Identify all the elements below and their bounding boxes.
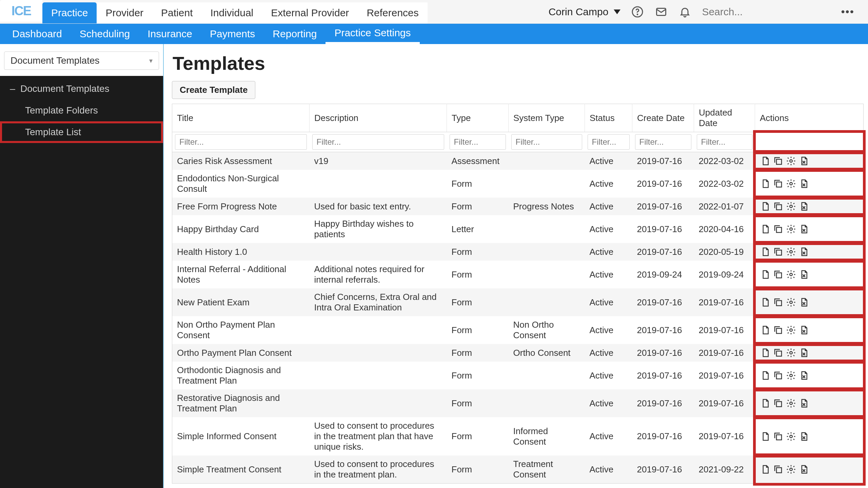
filter-create-date[interactable] <box>635 134 691 150</box>
filter-title[interactable] <box>175 134 307 150</box>
secondary-tab-reporting[interactable]: Reporting <box>264 24 326 44</box>
secondary-tab-dashboard[interactable]: Dashboard <box>3 24 71 44</box>
delete-icon[interactable] <box>798 347 809 358</box>
col-system-type[interactable]: System Type <box>509 104 585 132</box>
settings-icon[interactable] <box>786 325 796 336</box>
table-row[interactable]: Restorative Diagnosis and Treatment Plan… <box>172 389 864 417</box>
table-row[interactable]: Health History 1.0FormActive2019-07-1620… <box>172 243 864 261</box>
secondary-tab-payments[interactable]: Payments <box>201 24 264 44</box>
primary-tab-individual[interactable]: Individual <box>202 2 262 23</box>
settings-icon[interactable] <box>786 178 796 189</box>
edit-icon[interactable] <box>760 347 771 358</box>
primary-tab-practice[interactable]: Practice <box>42 2 97 23</box>
mail-icon[interactable] <box>654 5 668 19</box>
col-title[interactable]: Title <box>172 104 310 132</box>
edit-icon[interactable] <box>760 201 771 212</box>
filter-type[interactable] <box>450 134 506 150</box>
secondary-tab-scheduling[interactable]: Scheduling <box>71 24 139 44</box>
primary-tab-provider[interactable]: Provider <box>97 2 152 23</box>
edit-icon[interactable] <box>760 269 771 280</box>
settings-icon[interactable] <box>786 398 796 409</box>
table-row[interactable]: Non Ortho Payment Plan ConsentFormNon Or… <box>172 316 864 344</box>
settings-icon[interactable] <box>786 156 796 166</box>
delete-icon[interactable] <box>798 246 809 257</box>
delete-icon[interactable] <box>798 325 809 336</box>
edit-icon[interactable] <box>760 398 771 409</box>
col-status[interactable]: Status <box>585 104 632 132</box>
copy-icon[interactable] <box>773 464 784 475</box>
overflow-menu-icon[interactable]: ••• <box>841 5 854 18</box>
table-row[interactable]: Happy Birthday CardHappy Birthday wishes… <box>172 215 864 243</box>
copy-icon[interactable] <box>773 156 784 166</box>
copy-icon[interactable] <box>773 224 784 235</box>
table-row[interactable]: Simple Treatment ConsentUsed to consent … <box>172 455 864 484</box>
primary-tab-external-provider[interactable]: External Provider <box>262 2 358 23</box>
settings-icon[interactable] <box>786 246 796 257</box>
delete-icon[interactable] <box>798 269 809 280</box>
app-logo[interactable]: ICE <box>0 0 42 22</box>
col-type[interactable]: Type <box>447 104 509 132</box>
delete-icon[interactable] <box>798 431 809 442</box>
edit-icon[interactable] <box>760 246 771 257</box>
delete-icon[interactable] <box>798 201 809 212</box>
edit-icon[interactable] <box>760 297 771 308</box>
copy-icon[interactable] <box>773 431 784 442</box>
copy-icon[interactable] <box>773 297 784 308</box>
settings-icon[interactable] <box>786 297 796 308</box>
sidebar-section-select[interactable]: Document Templates ▾ <box>4 52 159 70</box>
secondary-tab-insurance[interactable]: Insurance <box>139 24 201 44</box>
copy-icon[interactable] <box>773 370 784 381</box>
edit-icon[interactable] <box>760 224 771 235</box>
delete-icon[interactable] <box>798 398 809 409</box>
edit-icon[interactable] <box>760 178 771 189</box>
delete-icon[interactable] <box>798 464 809 475</box>
edit-icon[interactable] <box>760 431 771 442</box>
edit-icon[interactable] <box>760 325 771 336</box>
col-create-date[interactable]: Create Date <box>632 104 694 132</box>
edit-icon[interactable] <box>760 370 771 381</box>
copy-icon[interactable] <box>773 398 784 409</box>
settings-icon[interactable] <box>786 464 796 475</box>
col-updated-date[interactable]: Updated Date <box>694 104 755 132</box>
settings-icon[interactable] <box>786 201 796 212</box>
create-template-button[interactable]: Create Template <box>172 81 255 99</box>
copy-icon[interactable] <box>773 246 784 257</box>
table-row[interactable]: New Patient ExamChief Concerns, Extra Or… <box>172 288 864 316</box>
filter-updated-date[interactable] <box>697 134 752 150</box>
copy-icon[interactable] <box>773 269 784 280</box>
help-icon[interactable] <box>631 5 644 19</box>
table-row[interactable]: Caries Risk Assessmentv19AssessmentActiv… <box>172 152 864 170</box>
copy-icon[interactable] <box>773 178 784 189</box>
search-input[interactable] <box>702 6 831 18</box>
primary-tab-patient[interactable]: Patient <box>152 2 201 23</box>
copy-icon[interactable] <box>773 347 784 358</box>
secondary-tab-practice-settings[interactable]: Practice Settings <box>326 24 419 44</box>
settings-icon[interactable] <box>786 431 796 442</box>
settings-icon[interactable] <box>786 224 796 235</box>
table-row[interactable]: Orthodontic Diagnosis and Treatment Plan… <box>172 362 864 389</box>
copy-icon[interactable] <box>773 201 784 212</box>
delete-icon[interactable] <box>798 370 809 381</box>
filter-system-type[interactable] <box>511 134 582 150</box>
table-row[interactable]: Simple Informed ConsentUsed to consent t… <box>172 417 864 455</box>
tree-item-template-folders[interactable]: Template Folders <box>0 100 163 121</box>
col-description[interactable]: Description <box>310 104 447 132</box>
delete-icon[interactable] <box>798 156 809 166</box>
edit-icon[interactable] <box>760 464 771 475</box>
tree-root-document-templates[interactable]: –Document Templates <box>0 78 163 100</box>
tree-item-template-list[interactable]: Template List <box>0 121 163 143</box>
table-row[interactable]: Ortho Payment Plan ConsentFormOrtho Cons… <box>172 344 864 362</box>
delete-icon[interactable] <box>798 297 809 308</box>
copy-icon[interactable] <box>773 325 784 336</box>
user-menu[interactable]: Corin Campo <box>549 6 621 18</box>
delete-icon[interactable] <box>798 178 809 189</box>
table-row[interactable]: Endodontics Non-Surgical ConsultFormActi… <box>172 170 864 198</box>
primary-tab-references[interactable]: References <box>358 2 427 23</box>
settings-icon[interactable] <box>786 370 796 381</box>
filter-status[interactable] <box>588 134 630 150</box>
settings-icon[interactable] <box>786 347 796 358</box>
table-row[interactable]: Internal Referral - Additional NotesAddi… <box>172 261 864 288</box>
delete-icon[interactable] <box>798 224 809 235</box>
edit-icon[interactable] <box>760 156 771 166</box>
filter-description[interactable] <box>312 134 444 150</box>
